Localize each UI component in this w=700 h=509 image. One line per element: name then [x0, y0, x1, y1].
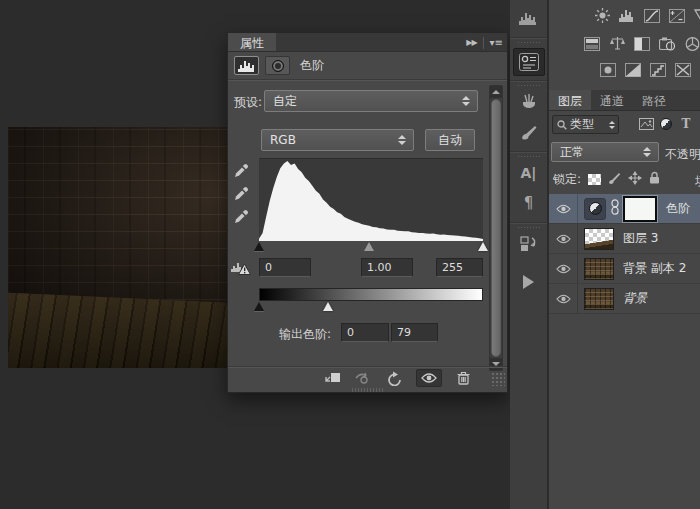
properties-panel-icon[interactable] [513, 48, 545, 76]
lock-label: 锁定: [553, 171, 581, 188]
black-point-eyedropper-icon[interactable] [231, 161, 251, 180]
scrollbar-thumb[interactable] [491, 99, 501, 357]
output-shadow-field[interactable] [341, 323, 389, 342]
hue-saturation-icon[interactable] [583, 36, 601, 51]
brightness-contrast-icon[interactable] [593, 8, 611, 23]
histogram-panel-icon[interactable] [510, 5, 547, 31]
filter-kind-dropdown[interactable]: 类型 [552, 115, 619, 134]
tab-properties[interactable]: 属性 [228, 33, 276, 51]
lock-row: 锁定: 填充 [549, 166, 700, 192]
view-previous-state-icon[interactable] [354, 369, 374, 387]
auto-button[interactable]: 自动 [425, 129, 475, 151]
exposure-icon[interactable] [668, 8, 686, 23]
reset-adjustment-icon[interactable] [385, 369, 405, 387]
output-levels-label: 输出色阶: [279, 326, 331, 343]
layer-row-background-copy2[interactable]: 背景 副本 2 [549, 254, 700, 284]
layer-thumbnail[interactable] [584, 288, 614, 310]
tab-channels[interactable]: 通道 [591, 90, 633, 110]
black-white-icon[interactable] [633, 36, 651, 51]
uncached-refresh-warning-icon[interactable] [231, 260, 251, 280]
lock-transparency-icon[interactable] [588, 174, 601, 185]
lock-all-icon[interactable] [649, 171, 660, 187]
brush-presets-panel-icon[interactable] [510, 89, 547, 115]
panel-menu-icon[interactable]: ▾≡ [490, 37, 503, 48]
layer-visibility-toggle[interactable] [549, 194, 578, 223]
panel-resize-grip[interactable] [491, 372, 505, 386]
midtone-input-slider[interactable] [364, 242, 374, 251]
panel-drag-edge[interactable] [228, 387, 507, 392]
dock-grip[interactable] [517, 41, 541, 45]
invert-icon[interactable] [624, 62, 642, 77]
actions-panel-icon[interactable] [510, 269, 547, 295]
curves-icon[interactable] [643, 8, 661, 23]
highlight-input-slider[interactable] [478, 242, 488, 251]
layer-thumbnail[interactable] [584, 258, 614, 280]
layer-visibility-toggle[interactable] [549, 284, 578, 313]
dropdown-arrows-icon [609, 121, 615, 129]
midtone-input-field[interactable] [361, 258, 413, 277]
tab-layers[interactable]: 图层 [549, 90, 591, 110]
layer-thumbnail[interactable] [584, 228, 614, 250]
layer-name[interactable]: 图层 3 [623, 230, 658, 247]
photoshop-workspace: 属性 ▶▶ ▾≡ 色阶 预设: 自定 [0, 0, 700, 509]
clone-source-panel-icon[interactable] [510, 231, 547, 257]
filter-adjustment-layers-icon[interactable] [657, 116, 675, 132]
layer-name[interactable]: 背景 [623, 290, 647, 307]
divider [228, 79, 507, 81]
right-panel-column: 图层 通道 路径 类型 T 正常 不透明度 [549, 0, 700, 509]
layer-mask-thumbnail[interactable] [623, 196, 657, 222]
mask-view-button[interactable] [265, 56, 290, 75]
gray-point-eyedropper-icon[interactable] [231, 184, 251, 203]
tab-paths[interactable]: 路径 [633, 90, 675, 110]
dock-grip[interactable] [517, 84, 541, 88]
threshold-icon[interactable] [674, 62, 692, 77]
visibility-eye-icon[interactable] [416, 369, 442, 387]
brush-settings-panel-icon[interactable] [510, 119, 547, 145]
layer-name[interactable]: 色阶 [666, 200, 690, 217]
vibrance-icon[interactable] [693, 8, 700, 23]
photo-filter-icon[interactable] [658, 36, 676, 51]
properties-scrollbar[interactable] [489, 85, 503, 371]
dropdown-arrows-icon [398, 135, 406, 145]
layer-visibility-toggle[interactable] [549, 254, 578, 283]
shadow-input-slider[interactable] [254, 242, 264, 251]
character-panel-icon[interactable]: A| [510, 160, 547, 186]
levels-icon[interactable] [618, 8, 636, 23]
preset-dropdown[interactable]: 自定 [264, 90, 478, 112]
layer-name[interactable]: 背景 副本 2 [623, 260, 686, 277]
lock-paint-icon[interactable] [608, 172, 621, 187]
search-icon [557, 120, 567, 130]
collapse-panel-icon[interactable]: ▶▶ [466, 38, 476, 47]
white-point-eyedropper-icon[interactable] [231, 207, 251, 226]
channel-dropdown[interactable]: RGB [261, 129, 414, 151]
dock-grip[interactable] [517, 226, 541, 230]
color-lookup-icon[interactable] [599, 62, 617, 77]
output-white-slider[interactable] [323, 302, 333, 311]
paragraph-panel-icon[interactable]: ¶ [510, 190, 547, 216]
levels-histogram-button[interactable] [234, 56, 259, 75]
scroll-up-icon[interactable] [490, 86, 502, 98]
channel-mixer-icon[interactable] [683, 36, 700, 51]
blend-mode-dropdown[interactable]: 正常 [551, 142, 659, 162]
mask-circle-icon [272, 60, 284, 72]
clip-to-layer-icon[interactable] [323, 369, 343, 387]
color-balance-icon[interactable] [608, 36, 626, 51]
levels-histogram[interactable] [259, 158, 483, 241]
layer-row-background[interactable]: 背景 [549, 284, 700, 314]
mask-link-icon[interactable] [611, 199, 619, 218]
shadow-input-field[interactable] [259, 258, 311, 277]
dock-grip[interactable] [517, 155, 541, 159]
filter-pixel-layers-icon[interactable] [637, 116, 655, 132]
lock-move-icon[interactable] [628, 171, 642, 188]
layer-row-layer3[interactable]: 图层 3 [549, 224, 700, 254]
highlight-input-field[interactable] [436, 258, 483, 277]
output-highlight-field[interactable] [391, 323, 438, 342]
levels-adjustment-icon[interactable] [584, 198, 606, 220]
dropdown-arrows-icon [462, 96, 470, 106]
delete-adjustment-icon[interactable] [453, 369, 473, 387]
filter-type-layers-icon[interactable]: T [677, 116, 695, 132]
layer-visibility-toggle[interactable] [549, 224, 578, 253]
posterize-icon[interactable] [649, 62, 667, 77]
layer-row-levels[interactable]: 色阶 [549, 194, 700, 224]
output-black-slider[interactable] [254, 302, 264, 311]
